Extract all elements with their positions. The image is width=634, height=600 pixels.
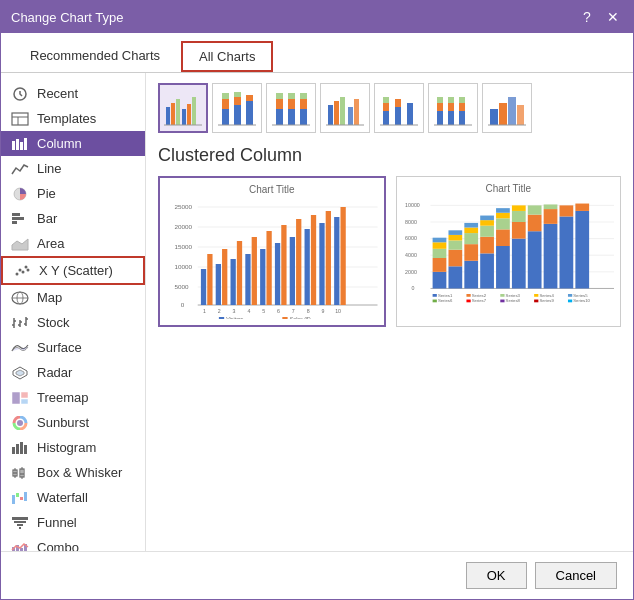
svg-text:Series5: Series5 (573, 293, 588, 298)
svg-rect-49 (24, 492, 27, 501)
help-button[interactable]: ? (577, 7, 597, 27)
sidebar-item-templates[interactable]: Templates (1, 106, 145, 131)
sidebar-item-sunburst-label: Sunburst (37, 415, 89, 430)
svg-text:6: 6 (277, 308, 280, 314)
svg-rect-137 (296, 219, 301, 305)
content-area: Recent Templates (1, 73, 633, 551)
chart-type-3d-column[interactable] (482, 83, 532, 133)
svg-rect-143 (340, 207, 345, 305)
svg-text:0: 0 (181, 301, 185, 308)
svg-rect-185 (480, 253, 494, 288)
sidebar-item-funnel[interactable]: Funnel (1, 510, 145, 535)
sidebar-item-pie[interactable]: Pie (1, 181, 145, 206)
svg-rect-217 (567, 294, 571, 297)
svg-rect-203 (543, 209, 557, 224)
svg-rect-127 (222, 249, 227, 305)
sidebar-item-box[interactable]: Box & Whisker (1, 460, 145, 485)
svg-point-35 (17, 420, 23, 426)
chart-preview-right[interactable]: Chart Title 10000 8000 6000 4000 2000 0 (396, 176, 622, 327)
sidebar-item-waterfall-label: Waterfall (37, 490, 88, 505)
close-button[interactable]: ✕ (603, 7, 623, 27)
scatter-icon (13, 264, 31, 278)
svg-rect-71 (246, 101, 253, 125)
svg-rect-130 (245, 254, 250, 305)
svg-text:Series1: Series1 (437, 293, 452, 298)
svg-rect-66 (222, 99, 229, 109)
chart-type-clustered-column[interactable] (158, 83, 208, 133)
svg-rect-90 (383, 111, 389, 125)
svg-rect-92 (383, 97, 389, 103)
svg-text:5000: 5000 (174, 283, 189, 290)
sidebar-item-radar-label: Radar (37, 365, 72, 380)
sidebar-item-stock-label: Stock (37, 315, 70, 330)
svg-rect-180 (464, 261, 478, 289)
svg-rect-68 (234, 105, 241, 125)
svg-text:Series3: Series3 (505, 293, 520, 298)
svg-point-17 (27, 268, 30, 271)
svg-rect-124 (201, 269, 206, 305)
svg-text:8: 8 (307, 308, 310, 314)
histogram-icon (11, 441, 29, 455)
sidebar-item-surface-label: Surface (37, 340, 82, 355)
svg-rect-195 (511, 239, 525, 289)
svg-rect-190 (496, 246, 510, 288)
svg-rect-37 (16, 444, 19, 454)
svg-rect-129 (237, 241, 242, 305)
tab-all-charts[interactable]: All Charts (181, 41, 273, 72)
svg-rect-191 (496, 229, 510, 246)
sidebar-item-map[interactable]: Map (1, 285, 145, 310)
svg-rect-88 (354, 99, 359, 125)
cancel-button[interactable]: Cancel (535, 562, 617, 589)
chart-type-3d-stacked[interactable] (374, 83, 424, 133)
sidebar-item-column[interactable]: Column (1, 131, 145, 156)
sidebar-item-area[interactable]: Area (1, 231, 145, 256)
chart-type-3d-100-stacked[interactable] (428, 83, 478, 133)
sidebar-item-surface[interactable]: Surface (1, 335, 145, 360)
svg-rect-192 (496, 218, 510, 229)
svg-rect-206 (559, 205, 573, 216)
sidebar-item-histogram[interactable]: Histogram (1, 435, 145, 460)
sidebar-item-scatter[interactable]: X Y (Scatter) (1, 256, 145, 285)
sidebar-item-treemap[interactable]: Treemap (1, 385, 145, 410)
sidebar-item-sunburst[interactable]: Sunburst (1, 410, 145, 435)
svg-rect-134 (275, 243, 280, 305)
sidebar-item-bar[interactable]: Bar (1, 206, 145, 231)
tab-recommended[interactable]: Recommended Charts (13, 41, 177, 72)
chart-type-3d-clustered[interactable] (320, 83, 370, 133)
svg-text:Series2: Series2 (471, 293, 485, 298)
svg-rect-170 (432, 272, 446, 289)
svg-text:7: 7 (292, 308, 295, 314)
sidebar-item-stock[interactable]: Stock (1, 310, 145, 335)
svg-point-14 (19, 268, 22, 271)
templates-icon (11, 112, 29, 126)
sidebar-item-combo-label: Combo (37, 540, 79, 551)
ok-button[interactable]: OK (466, 562, 527, 589)
surface-icon (11, 341, 29, 355)
svg-rect-105 (459, 97, 465, 103)
section-title: Clustered Column (158, 145, 621, 166)
chart-preview-left[interactable]: Chart Title 25000 20000 15000 10000 5000… (158, 176, 386, 327)
chart-type-100-stacked-column[interactable] (266, 83, 316, 133)
svg-rect-207 (575, 211, 589, 289)
svg-rect-227 (567, 300, 571, 303)
sidebar-item-area-label: Area (37, 236, 64, 251)
svg-rect-97 (437, 111, 443, 125)
pie-icon (11, 187, 29, 201)
sidebar-item-recent[interactable]: Recent (1, 81, 145, 106)
svg-text:25000: 25000 (174, 203, 192, 210)
sidebar-item-radar[interactable]: Radar (1, 360, 145, 385)
svg-rect-202 (543, 224, 557, 289)
column-icon (11, 137, 29, 151)
sidebar-item-waterfall[interactable]: Waterfall (1, 485, 145, 510)
svg-rect-58 (166, 107, 170, 125)
svg-rect-173 (432, 242, 446, 248)
chart-type-stacked-column[interactable] (212, 83, 262, 133)
svg-rect-84 (328, 105, 333, 125)
svg-rect-78 (288, 99, 295, 109)
svg-text:10000: 10000 (174, 263, 192, 270)
svg-point-15 (22, 270, 25, 273)
funnel-icon (11, 516, 29, 530)
svg-rect-139 (311, 215, 316, 305)
sidebar-item-line[interactable]: Line (1, 156, 145, 181)
sidebar-item-combo[interactable]: Combo (1, 535, 145, 551)
